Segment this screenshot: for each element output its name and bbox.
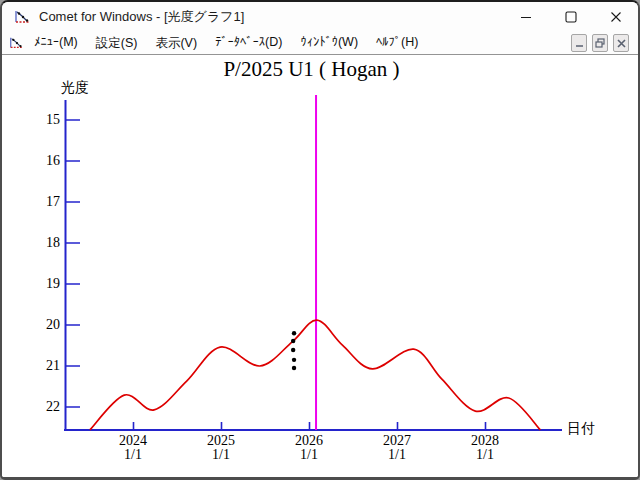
menu-item-2[interactable]: 設定(S) bbox=[96, 35, 138, 52]
window-controls bbox=[503, 2, 638, 32]
title-bar: Comet for Windows - [光度グラフ1] bbox=[2, 2, 638, 32]
minimize-icon[interactable] bbox=[503, 2, 548, 32]
close-icon[interactable] bbox=[593, 2, 638, 32]
menu-item-6[interactable]: ﾍﾙﾌﾟ(H) bbox=[376, 35, 418, 52]
menu-items: ﾒﾆｭｰ(M)設定(S)表示(V)ﾃﾞｰﾀﾍﾞｰｽ(D)ｳｨﾝﾄﾞｳ(W)ﾍﾙﾌ… bbox=[34, 35, 418, 52]
mdi-close-icon[interactable] bbox=[613, 34, 629, 52]
document-light-curve-icon[interactable] bbox=[9, 36, 24, 51]
maximize-icon[interactable] bbox=[548, 2, 593, 32]
window-title: Comet for Windows - [光度グラフ1] bbox=[39, 8, 244, 26]
menu-item-4[interactable]: ﾃﾞｰﾀﾍﾞｰｽ(D) bbox=[215, 35, 282, 52]
mdi-window-controls bbox=[571, 34, 629, 52]
light-curve-chart-icon bbox=[14, 9, 31, 26]
menu-item-5[interactable]: ｳｨﾝﾄﾞｳ(W) bbox=[300, 35, 358, 52]
menu-item-1[interactable]: ﾒﾆｭｰ(M) bbox=[34, 35, 78, 52]
app-window: Comet for Windows - [光度グラフ1] ﾒﾆｭ bbox=[0, 0, 640, 480]
menu-bar: ﾒﾆｭｰ(M)設定(S)表示(V)ﾃﾞｰﾀﾍﾞｰｽ(D)ｳｨﾝﾄﾞｳ(W)ﾍﾙﾌ… bbox=[2, 32, 638, 55]
mdi-restore-icon[interactable] bbox=[592, 34, 608, 52]
chart-area bbox=[2, 55, 638, 477]
menu-item-3[interactable]: 表示(V) bbox=[155, 35, 197, 52]
mdi-minimize-icon[interactable] bbox=[571, 34, 587, 52]
